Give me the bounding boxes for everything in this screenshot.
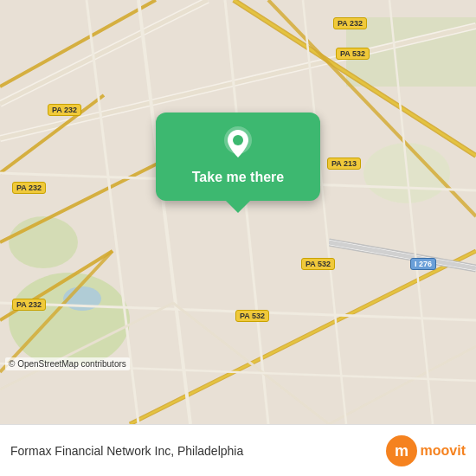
- road-label-pa532-top: PA 532: [336, 48, 370, 60]
- road-label-i276: I 276: [410, 258, 436, 270]
- moovit-logo: m moovit: [386, 435, 466, 466]
- bottom-bar: Formax Financial Network Inc, Philadelph…: [0, 424, 476, 476]
- road-label-pa213: PA 213: [327, 158, 361, 170]
- svg-point-2: [9, 216, 78, 268]
- location-popup[interactable]: Take me there: [156, 113, 320, 201]
- road-label-pa232-mid: PA 232: [48, 104, 81, 116]
- road-label-pa532-lower: PA 532: [235, 310, 269, 322]
- road-label-pa232-top: PA 232: [333, 17, 367, 29]
- location-label: Formax Financial Network Inc, Philadelph…: [10, 444, 243, 458]
- road-label-pa232-left: PA 232: [12, 182, 46, 194]
- svg-point-36: [233, 135, 243, 145]
- map-attribution: © OpenStreetMap contributors: [5, 357, 130, 370]
- road-label-pa532-mid: PA 532: [301, 258, 335, 270]
- pin-icon: [219, 125, 257, 163]
- take-me-there-button[interactable]: Take me there: [192, 170, 284, 185]
- svg-text:m: m: [395, 442, 408, 460]
- road-label-pa232-bottom: PA 232: [12, 299, 46, 311]
- moovit-text: moovit: [421, 443, 466, 459]
- map-container: PA 532 PA 232 PA 232 PA 232 PA 232 PA 21…: [0, 0, 476, 424]
- moovit-logo-icon: m: [386, 435, 417, 466]
